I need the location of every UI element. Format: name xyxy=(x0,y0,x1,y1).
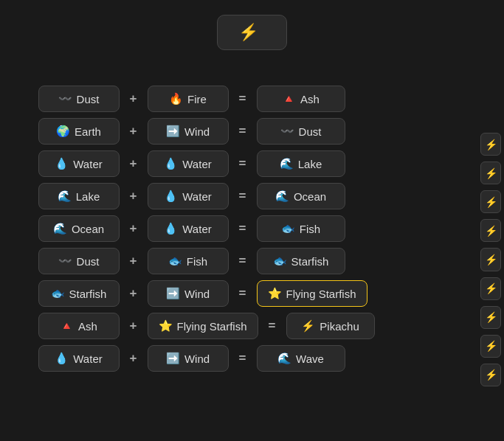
bolt-icon: ⚡ xyxy=(485,311,497,323)
ingredient-result: 🐟 Starfish xyxy=(257,248,345,274)
ingredient-b-label: Water xyxy=(182,158,211,170)
result-label: Pikachu xyxy=(320,320,359,333)
bolt-button[interactable]: ⚡ xyxy=(480,248,501,271)
ingredient-b: ➡️ Wind xyxy=(148,345,229,372)
bolt-icon: ⚡ xyxy=(485,254,497,265)
ingredient-a-icon: 🐟 xyxy=(51,287,65,300)
result-label: Lake xyxy=(298,158,322,170)
ingredient-b-label: Wind xyxy=(184,125,210,138)
ingredient-b-label: Wind xyxy=(184,288,210,300)
ingredient-b: ➡️ Wind xyxy=(148,280,229,307)
bolt-button[interactable]: ⚡ xyxy=(480,133,501,156)
plus-operator: + xyxy=(127,91,140,106)
result-label: Fish xyxy=(300,223,320,235)
ingredient-b-label: Flying Starfish xyxy=(177,320,247,333)
result-label: Ash xyxy=(300,93,320,105)
result-icon: 🐟 xyxy=(281,222,295,235)
ingredient-result: 🌊 Wave xyxy=(257,345,345,372)
plus-operator: + xyxy=(127,319,140,333)
ingredient-a-label: Water xyxy=(73,353,102,365)
ingredient-b: ⭐ Flying Starfish xyxy=(148,313,258,339)
ingredient-a-icon: 🌊 xyxy=(58,190,72,203)
ingredient-a-icon: 🌍 xyxy=(56,125,70,138)
ingredient-result: 🔺 Ash xyxy=(257,86,345,112)
result-icon: 🔺 xyxy=(282,92,296,105)
bolt-button[interactable]: ⚡ xyxy=(480,364,501,386)
result-icon: 🌊 xyxy=(277,352,291,365)
table-row: 🌊 Ocean + 💧 Water = 🐟 Fish xyxy=(38,215,466,242)
bolt-icon: ⚡ xyxy=(238,23,258,42)
bolt-strip: ⚡⚡⚡⚡⚡⚡⚡⚡⚡ xyxy=(477,0,504,386)
table-row: 🌍 Earth + ➡️ Wind = 〰️ Dust xyxy=(38,118,466,145)
ingredient-b: 💧 Water xyxy=(148,215,229,242)
equals-operator: = xyxy=(266,319,279,333)
ingredient-b-icon: ➡️ xyxy=(166,287,180,300)
ingredient-b-label: Wind xyxy=(184,353,210,365)
title-badge: ⚡ xyxy=(217,15,287,50)
result-icon: 🐟 xyxy=(273,254,287,268)
ingredient-a: 〰️ Dust xyxy=(38,86,120,112)
ingredient-result: 〰️ Dust xyxy=(257,118,345,145)
result-label: Starfish xyxy=(291,255,329,268)
bolt-button[interactable]: ⚡ xyxy=(480,277,501,300)
ingredient-a: 💧 Water xyxy=(38,150,120,177)
ingredient-b-label: Water xyxy=(182,190,211,203)
ingredient-b-icon: 💧 xyxy=(164,222,178,235)
plus-operator: + xyxy=(127,221,140,236)
result-label: Flying Starfish xyxy=(286,288,356,300)
table-row: 〰️ Dust + 🔥 Fire = 🔺 Ash xyxy=(38,86,466,112)
ingredient-b-label: Fire xyxy=(187,93,207,105)
ingredient-a-icon: 〰️ xyxy=(58,92,72,105)
equals-operator: = xyxy=(236,351,249,366)
ingredient-a: 🐟 Starfish xyxy=(38,280,120,307)
table-row: 💧 Water + 💧 Water = 🌊 Lake xyxy=(38,150,466,177)
ingredient-b: 💧 Water xyxy=(148,150,229,177)
equals-operator: = xyxy=(236,189,249,204)
ingredient-b: 🔥 Fire xyxy=(148,86,229,112)
bolt-icon: ⚡ xyxy=(485,282,497,294)
result-icon: 〰️ xyxy=(280,125,294,138)
result-label: Ocean xyxy=(294,190,326,203)
ingredient-a-icon: 〰️ xyxy=(58,254,72,268)
ingredient-a-label: Ash xyxy=(78,320,97,333)
ingredient-a: 〰️ Dust xyxy=(38,248,120,274)
ingredient-b: 💧 Water xyxy=(148,183,229,209)
bolt-icon: ⚡ xyxy=(485,225,497,237)
bolt-button[interactable]: ⚡ xyxy=(480,335,501,358)
table-row: 💧 Water + ➡️ Wind = 🌊 Wave xyxy=(38,345,466,372)
bolt-button[interactable]: ⚡ xyxy=(480,219,501,242)
ingredient-a-label: Water xyxy=(73,158,102,170)
bolt-icon: ⚡ xyxy=(485,139,497,150)
bolt-icon: ⚡ xyxy=(485,369,497,381)
plus-operator: + xyxy=(127,124,140,139)
table-row: 〰️ Dust + 🐟 Fish = 🐟 Starfish xyxy=(38,248,466,274)
equals-operator: = xyxy=(236,221,249,236)
bolt-icon: ⚡ xyxy=(485,167,497,179)
result-icon: ⚡ xyxy=(301,319,315,333)
ingredient-a-icon: 💧 xyxy=(55,157,69,170)
plus-operator: + xyxy=(127,286,140,301)
ingredient-b: ➡️ Wind xyxy=(148,118,229,145)
plus-operator: + xyxy=(127,189,140,204)
bolt-icon: ⚡ xyxy=(485,196,497,208)
bolt-button[interactable]: ⚡ xyxy=(480,306,501,329)
ingredient-a: 💧 Water xyxy=(38,345,120,372)
bolt-icon: ⚡ xyxy=(485,340,497,352)
ingredient-a: 🔺 Ash xyxy=(38,313,120,339)
recipes-list: 〰️ Dust + 🔥 Fire = 🔺 Ash 🌍 Earth + ➡️ Wi… xyxy=(38,86,466,372)
ingredient-a-label: Dust xyxy=(77,93,100,105)
ingredient-b-icon: ➡️ xyxy=(166,352,180,365)
ingredient-result: 🐟 Fish xyxy=(257,215,345,242)
ingredient-b-icon: 🔥 xyxy=(169,92,183,105)
equals-operator: = xyxy=(236,286,249,301)
ingredient-b-icon: ⭐ xyxy=(159,319,173,333)
equals-operator: = xyxy=(236,124,249,139)
ingredient-b-icon: 🐟 xyxy=(168,254,182,268)
equals-operator: = xyxy=(236,91,249,106)
bolt-button[interactable]: ⚡ xyxy=(480,162,501,184)
bolt-button[interactable]: ⚡ xyxy=(480,190,501,213)
ingredient-result: 🌊 Ocean xyxy=(257,183,345,209)
plus-operator: + xyxy=(127,351,140,366)
ingredient-b-icon: 💧 xyxy=(164,157,178,170)
ingredient-a-icon: 🔺 xyxy=(60,319,74,333)
